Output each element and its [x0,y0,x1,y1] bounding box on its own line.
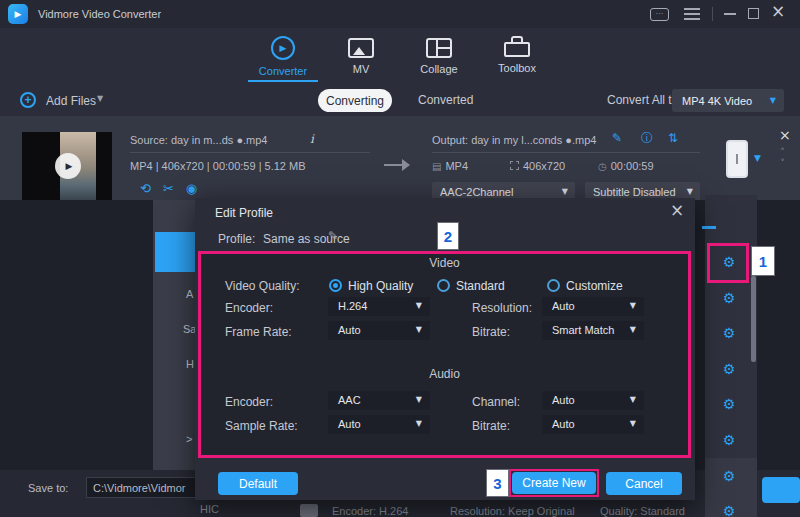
profile-label: Profile: [218,232,255,246]
source-info-icon[interactable]: i [310,132,314,146]
add-files-button[interactable]: Add Files [46,94,96,108]
output-resolution: 406x720 [510,160,565,172]
tab-mv[interactable]: MV [326,36,396,75]
dialog-title: Edit Profile [215,206,273,220]
converter-play-glyph: ▶ [280,44,287,53]
convert-all-label: Convert All to: [607,93,682,107]
play-glyph: ▶ [66,162,73,171]
background-row-quality: Quality: Standard [600,505,685,517]
menu-icon[interactable] [684,8,700,20]
tab-toolbox[interactable]: Toolbox [482,36,552,74]
hidden-tab-underline [702,226,716,229]
cancel-button[interactable]: Cancel [606,472,682,495]
menu-bar [684,8,700,10]
channel-label: Channel: [472,395,520,409]
scrollbar[interactable] [751,276,756,362]
play-overlay-icon[interactable]: ▶ [55,153,81,179]
rename-pencil-icon[interactable]: ✎ [612,132,622,144]
toolbox-icon [482,36,552,57]
maximize-button[interactable] [748,8,759,19]
nav-bar: ▶ Converter MV Collage Toolbox [0,28,800,85]
collage-line [438,47,450,49]
dialog-close-icon[interactable]: × [670,202,684,219]
create-new-button[interactable]: Create New [512,472,596,494]
move-down-icon[interactable]: ˅ [780,159,785,169]
channel-value: Auto [552,394,575,406]
selected-format-highlight[interactable] [155,232,195,272]
profile-settings-gear-icon-2[interactable]: ⚙ [720,291,738,305]
radio-customize-label[interactable]: Customize [566,279,623,293]
edit-tools-partial-icons[interactable]: ⟲✂◉ [140,182,209,195]
convert-all-value: MP4 4K Video [682,95,752,107]
tab-converter[interactable]: ▶ Converter [248,36,318,77]
move-up-icon[interactable]: ˄ [780,148,785,158]
resize-icon [510,161,519,170]
add-files-caret-icon[interactable]: ▼ [97,95,103,103]
tab-collage[interactable]: Collage [404,36,474,75]
close-window-button[interactable]: × [771,3,785,20]
chevron-down-icon: ▼ [770,97,776,105]
add-files-icon[interactable]: + [20,92,36,108]
title-bar: ▶ Vidmore Video Converter ··· × [0,0,800,28]
channel-select[interactable]: Auto ▼ [542,391,644,410]
save-to-label: Save to: [28,482,68,494]
resolution-label: Resolution: [472,301,532,315]
format-fragment: > [186,433,192,445]
chevron-down-icon: ▼ [630,420,636,428]
create-new-highlight-box: Create New [509,469,599,497]
remove-file-icon[interactable]: × [779,128,791,142]
radio-standard-label[interactable]: Standard [456,279,505,293]
collage-icon [426,38,452,58]
menu-bar [684,13,700,15]
save-to-input[interactable]: C:\Vidmore\Vidmor [86,477,198,498]
sample-rate-select[interactable]: Auto ▼ [328,415,430,434]
profile-settings-gear-icon-6[interactable]: ⚙ [720,433,738,447]
radio-high-quality-label[interactable]: High Quality [348,279,413,293]
profile-edit-pencil-icon[interactable]: ✎ [328,230,338,242]
source-filename: Source: day in m...ds ●.mp4 [130,134,267,146]
video-bitrate-select[interactable]: Smart Match ▼ [542,321,644,340]
convert-all-dropdown[interactable]: MP4 4K Video ▼ [672,89,784,112]
device-phone-icon[interactable] [726,140,748,178]
app-window: ▶ Vidmore Video Converter ··· × ▶ Conver… [0,0,800,517]
profile-settings-gear-icon-1[interactable]: ⚙ [720,255,738,269]
video-quality-label: Video Quality: [225,279,300,293]
tab-converted[interactable]: Converted [418,93,473,107]
chevron-down-icon: ▼ [562,188,568,196]
tab-converting[interactable]: Converting [318,89,392,112]
chevron-down-icon: ▼ [416,396,422,404]
audio-bitrate-select[interactable]: Auto ▼ [542,415,644,434]
output-info-icon[interactable]: ⓘ [641,132,653,144]
merge-icon[interactable]: ⇅ [668,132,678,144]
save-to-path: C:\Vidmore\Vidmor [93,482,186,494]
profile-settings-gear-icon-3[interactable]: ⚙ [720,326,738,340]
app-logo-icon: ▶ [8,4,28,24]
feedback-icon[interactable]: ··· [650,8,669,21]
minimize-button[interactable] [724,13,736,15]
convert-all-button-partial[interactable] [762,477,800,503]
default-button[interactable]: Default [218,472,298,495]
output-duration-value: 00:00:59 [611,160,654,172]
tab-collage-label: Collage [404,63,474,75]
background-row-device: HIC [200,503,219,515]
device-caret-icon[interactable]: ▼ [754,154,761,163]
profile-settings-gear-icon-7[interactable]: ⚙ [720,469,738,483]
profile-settings-gear-icon-5[interactable]: ⚙ [720,397,738,411]
frame-rate-select[interactable]: Auto ▼ [328,321,430,340]
profile-settings-gear-icon-8[interactable]: ⚙ [720,504,738,517]
video-thumbnail[interactable]: ▶ [22,132,112,200]
audio-track-value: AAC-2Channel [440,186,513,198]
audio-encoder-select[interactable]: AAC ▼ [328,391,430,410]
profile-settings-gear-icon-4[interactable]: ⚙ [720,362,738,376]
resolution-select[interactable]: Auto ▼ [542,297,644,316]
radio-customize[interactable] [547,279,560,292]
source-divider [130,152,370,153]
radio-high-quality[interactable] [329,279,342,292]
output-filename: Output: day in my l...conds ●.mp4 [432,134,596,146]
video-encoder-select[interactable]: H.264 ▼ [328,297,430,316]
feedback-dots: ··· [656,9,664,18]
resolution-value: Auto [552,300,575,312]
tab-toolbox-label: Toolbox [482,62,552,74]
radio-standard[interactable] [437,279,450,292]
chevron-down-icon: ▼ [416,420,422,428]
